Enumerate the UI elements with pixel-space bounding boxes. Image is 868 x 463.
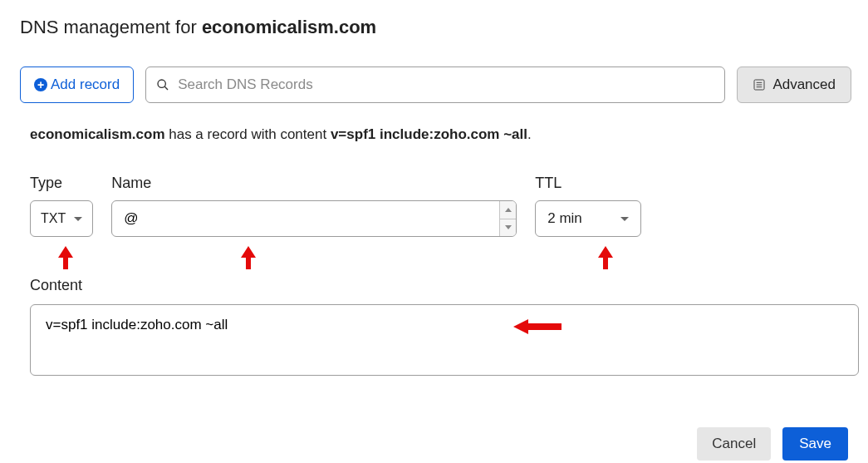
type-group: Type TXT — [30, 175, 93, 237]
name-input-wrap[interactable] — [111, 200, 517, 237]
title-prefix: DNS management for — [20, 17, 202, 37]
content-textarea[interactable] — [30, 304, 859, 376]
ttl-group: TTL 2 min — [535, 175, 641, 237]
search-field-wrap[interactable] — [145, 66, 725, 103]
page-title: DNS management for economicalism.com — [20, 17, 851, 38]
content-label: Content — [30, 277, 851, 294]
stepper-down-button[interactable] — [500, 219, 516, 237]
annotation-arrow-content — [513, 319, 562, 337]
plus-circle-icon: + — [34, 78, 47, 91]
name-group: Name — [111, 175, 517, 237]
type-select[interactable]: TXT — [30, 200, 93, 237]
ttl-value: 2 min — [547, 210, 582, 227]
chevron-down-icon — [620, 217, 629, 221]
ttl-select[interactable]: 2 min — [535, 200, 641, 237]
add-record-label: Add record — [51, 76, 120, 93]
list-icon — [753, 77, 766, 92]
ttl-label: TTL — [535, 175, 641, 192]
type-label: Type — [30, 175, 93, 192]
cancel-button[interactable]: Cancel — [697, 427, 771, 461]
svg-point-0 — [158, 80, 165, 87]
title-domain: economicalism.com — [202, 17, 376, 37]
search-icon — [156, 78, 169, 91]
annotation-arrow-name — [239, 246, 257, 273]
stepper-up-button[interactable] — [500, 201, 516, 219]
notice-domain: economicalism.com — [30, 126, 165, 142]
toolbar: + Add record Advanced — [20, 66, 851, 103]
save-button[interactable]: Save — [782, 427, 848, 461]
search-input[interactable] — [178, 76, 714, 93]
chevron-down-icon — [74, 217, 82, 221]
notice-content: v=spf1 include:zoho.com ~all — [331, 126, 527, 142]
advanced-button[interactable]: Advanced — [737, 66, 851, 103]
add-record-button[interactable]: + Add record — [20, 66, 134, 103]
notice-mid: has a record with content — [165, 126, 331, 142]
name-input[interactable] — [112, 201, 499, 236]
notice-suffix: . — [527, 126, 532, 142]
footer-actions: Cancel Save — [17, 427, 848, 461]
name-stepper — [499, 201, 516, 236]
annotation-arrow-type — [56, 246, 75, 273]
record-notice: economicalism.com has a record with cont… — [30, 126, 851, 143]
annotation-arrow-ttl — [596, 246, 615, 273]
record-form-row: Type TXT Name TTL 2 min — [30, 175, 851, 237]
svg-line-1 — [165, 86, 169, 90]
type-value: TXT — [41, 211, 66, 226]
triangle-up-icon — [505, 208, 512, 212]
advanced-label: Advanced — [772, 76, 836, 93]
name-label: Name — [111, 175, 517, 192]
triangle-down-icon — [505, 225, 512, 229]
content-group: Content — [30, 277, 851, 379]
